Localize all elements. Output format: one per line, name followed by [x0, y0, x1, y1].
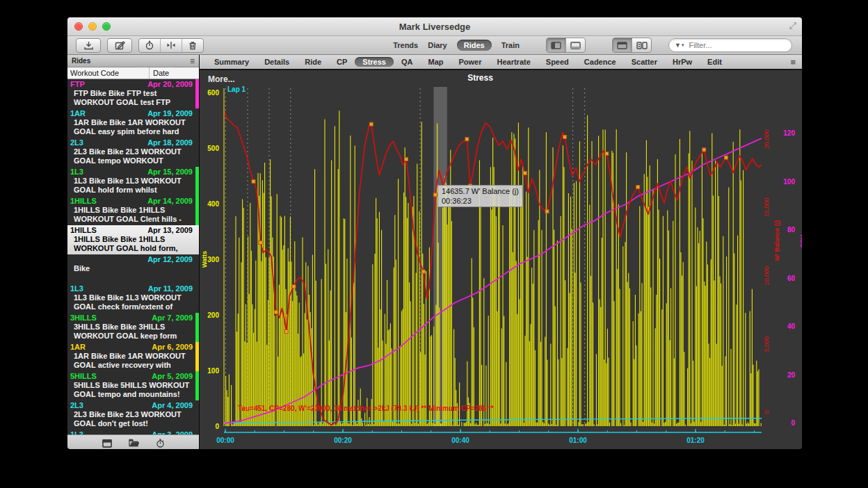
view-selector: TrendsDiaryRidesTrain — [393, 40, 520, 51]
ride-item[interactable]: 1HILLSApr 14, 20091HILLS Bike Bike 1HILL… — [67, 196, 199, 225]
ride-item[interactable]: 1ARApr 19, 20091AR Bike Bike 1AR WORKOUT… — [67, 108, 199, 138]
filter-field[interactable]: ▼ ▾ — [668, 38, 792, 52]
tiss-tick-label: 120 — [783, 129, 795, 137]
tab-summary[interactable]: Summary — [207, 58, 257, 66]
tab-cadence[interactable]: Cadence — [577, 58, 624, 66]
match-marker — [523, 172, 527, 175]
ride-date: Apr 14, 2009 — [147, 197, 193, 206]
ride-item[interactable]: 1HILLSApr 13, 20091HILLS Bike Bike 1HILL… — [67, 225, 199, 254]
match-marker — [702, 148, 706, 152]
watts-tick-label: 400 — [207, 200, 219, 208]
ride-date: Apr 19, 2009 — [147, 109, 193, 118]
stress-plot[interactable]: 0100200300400500600Watts00:0000:2000:400… — [200, 70, 803, 450]
ride-item[interactable]: 2L3Apr 4, 20092L3 Bike Bike 2L3 WORKOUT … — [67, 400, 199, 430]
tab-map[interactable]: Map — [420, 58, 451, 66]
chart-menu-icon[interactable]: ≡ — [790, 57, 796, 67]
column-workout-code[interactable]: Workout Code — [67, 67, 150, 79]
fullscreen-icon[interactable]: ⤢ — [789, 20, 796, 31]
tab-ride[interactable]: Ride — [297, 58, 329, 66]
ride-code: 1HILLS — [70, 226, 97, 235]
close-button[interactable] — [74, 22, 83, 31]
toggle-bottombar-button[interactable] — [565, 38, 585, 52]
match-marker — [605, 152, 609, 156]
view-train[interactable]: Train — [501, 41, 520, 49]
time-tick-label: 00:00 — [216, 437, 234, 444]
watts-tick-label: 100 — [207, 367, 219, 375]
app-window: Mark Liversedge ⤢ — [67, 17, 803, 450]
ride-item[interactable]: 2L3Apr 18, 20092L3 Bike Bike 2L3 WORKOUT… — [67, 138, 199, 167]
ride-item[interactable]: 5HILLSApr 5, 20095HILLS Bike 5HILLS WORK… — [67, 371, 199, 400]
ride-code: 1AR — [70, 343, 86, 352]
ride-date: Apr 3, 2009 — [152, 430, 193, 434]
tab-speed[interactable]: Speed — [538, 58, 577, 66]
main-toolbar: TrendsDiaryRidesTrain — [67, 36, 802, 55]
ride-color-bar — [195, 167, 199, 196]
layout-toggles — [612, 38, 652, 53]
delete-button[interactable] — [182, 39, 203, 52]
ride-code: 1L3 — [70, 430, 83, 434]
tiss-tick-label: 40 — [787, 323, 796, 330]
tiss-tick-label: 60 — [787, 275, 796, 282]
compose-button[interactable] — [107, 38, 132, 53]
filter-input[interactable] — [687, 40, 760, 50]
tooltip-time: 00:36:23 — [442, 196, 519, 206]
filter-chevron-icon[interactable]: ▾ — [682, 42, 685, 48]
tab-cp[interactable]: CP — [329, 58, 355, 66]
ride-item[interactable]: FTPApr 20, 2009FTP Bike Bike FTP test WO… — [67, 79, 199, 108]
tab-hrpw[interactable]: HrPw — [665, 58, 700, 66]
ride-code: 2L3 — [70, 401, 83, 410]
minimize-button[interactable] — [88, 22, 97, 31]
tab-heartrate[interactable]: Heartrate — [490, 58, 538, 66]
match-marker — [636, 186, 640, 189]
tiss-tick-label: 20 — [787, 371, 796, 379]
tooltip-value: 14635.7 W' Balance (j) — [442, 186, 519, 196]
ride-item[interactable]: Apr 12, 2009Bike — [67, 254, 199, 284]
view-trends[interactable]: Trends — [393, 41, 418, 49]
time-tick-label: 01:20 — [686, 437, 705, 444]
sidebar-title: Rides — [72, 57, 90, 65]
download-button[interactable] — [76, 38, 101, 53]
split-button[interactable] — [160, 39, 182, 52]
tiss-axis-title: TISS — [799, 234, 803, 247]
toggle-sidebar-button[interactable] — [547, 38, 565, 52]
cp-annotation: Tau=451, CP=280, W'=23000, 18 matches >2… — [238, 405, 494, 412]
calendar-icon[interactable] — [102, 439, 112, 448]
ride-description: Bike — [70, 264, 199, 273]
ride-color-bar — [195, 371, 199, 400]
tab-power[interactable]: Power — [451, 58, 489, 66]
ride-code: 1HILLS — [70, 197, 97, 206]
tab-scatter[interactable]: Scatter — [624, 58, 665, 66]
single-view-button[interactable] — [613, 38, 632, 52]
wbal-tick-label: 10,000 — [763, 266, 770, 286]
ride-item[interactable]: 1L3Apr 15, 20091L3 Bike Bike 1L3 WORKOUT… — [67, 167, 199, 196]
stopwatch-tool-icon[interactable] — [156, 439, 165, 448]
ride-item[interactable]: 1ARApr 6, 20091AR Bike Bike 1AR WORKOUT … — [67, 342, 199, 371]
zoom-button[interactable] — [102, 22, 111, 31]
ride-item[interactable]: 1L3Apr 11, 20091L3 Bike Bike 1L3 WORKOUT… — [67, 284, 199, 313]
sidebar-menu-icon[interactable]: ≡ — [190, 58, 195, 65]
trash-icon — [188, 41, 197, 50]
view-diary[interactable]: Diary — [428, 41, 447, 49]
match-marker — [465, 138, 469, 141]
tiled-view-button[interactable] — [632, 38, 651, 52]
ride-item[interactable]: 1L3Apr 3, 2009 — [67, 430, 199, 434]
stress-chart-pane[interactable]: 0100200300400500600Watts00:0000:2000:400… — [200, 70, 802, 450]
interval-button[interactable] — [139, 39, 160, 52]
folder-icon[interactable] — [129, 439, 139, 447]
ride-color-bar — [195, 196, 199, 225]
tab-details[interactable]: Details — [257, 58, 297, 66]
wbal-tick-label: 15,000 — [763, 197, 770, 217]
ride-code: 5HILLS — [70, 372, 97, 381]
tab-qa[interactable]: QA — [394, 58, 421, 66]
ride-code: 2L3 — [70, 138, 83, 147]
ride-item[interactable]: 3HILLSApr 7, 20093HILLS Bike Bike 3HILLS… — [67, 313, 199, 342]
wbal-tick-label: 5,000 — [763, 336, 770, 352]
match-marker — [259, 241, 262, 245]
ride-color-bar — [195, 313, 199, 342]
column-date[interactable]: Date — [150, 69, 199, 77]
ride-date: Apr 15, 2009 — [147, 168, 193, 177]
tab-edit[interactable]: Edit — [700, 58, 730, 66]
view-rides[interactable]: Rides — [457, 40, 492, 51]
tab-stress[interactable]: Stress — [355, 57, 394, 67]
split-arrows-icon — [166, 41, 176, 49]
